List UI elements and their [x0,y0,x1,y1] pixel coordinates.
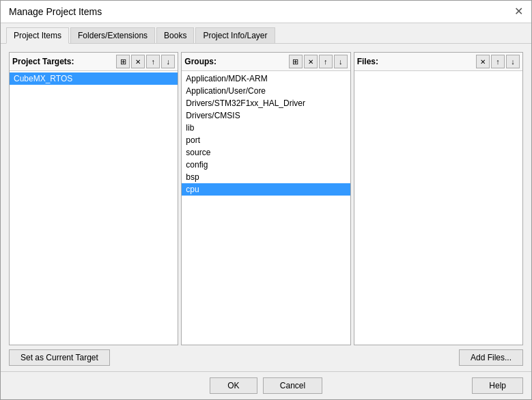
targets-up-button[interactable] [146,55,160,68]
files-delete-button[interactable] [476,55,490,68]
files-panel-title: Files: [357,57,475,66]
targets-panel-header: Project Targets: [10,53,178,71]
groups-list: Application/MDK-ARMApplication/User/Core… [182,71,350,345]
targets-new-button[interactable] [116,55,130,68]
tab-books[interactable]: Books [156,27,194,43]
close-button[interactable]: ✕ [514,6,523,17]
tab-project-items[interactable]: Project Items [6,27,69,44]
set-current-target-button[interactable]: Set as Current Target [9,349,110,366]
list-item[interactable]: Drivers/CMSIS [182,109,350,122]
targets-list: CubeMX_RTOS [10,71,178,345]
up-icon [152,57,156,66]
bottom-left-buttons: Set as Current Target [9,349,110,366]
dialog-title: Manage Project Items [9,6,102,17]
delete-icon [480,58,486,66]
list-item[interactable]: CubeMX_RTOS [10,72,178,85]
files-down-button[interactable] [506,55,520,68]
footer-inner: OK Cancel Help [9,377,523,394]
tabs-bar: Project Items Folders/Extensions Books P… [1,23,531,44]
files-list [354,71,522,345]
groups-new-button[interactable] [289,55,303,68]
targets-down-button[interactable] [161,55,175,68]
content-area: Project Targets: CubeMX_RTOS [1,44,531,371]
new-icon [120,57,126,66]
groups-panel: Groups: Application/MDK-ARMApplica [181,52,350,345]
groups-panel-title: Groups: [184,57,287,66]
cancel-button[interactable]: Cancel [263,377,322,394]
list-item[interactable]: source [182,146,350,159]
add-files-button[interactable]: Add Files... [459,349,523,366]
down-icon [511,57,515,66]
list-item[interactable]: Drivers/STM32F1xx_HAL_Driver [182,97,350,109]
new-icon [292,57,298,66]
targets-panel-title: Project Targets: [12,57,115,66]
list-item[interactable]: lib [182,122,350,134]
tab-project-info-layer[interactable]: Project Info/Layer [195,27,275,43]
help-button[interactable]: Help [472,377,523,394]
footer-center: OK Cancel [180,377,352,394]
files-panel-header: Files: [354,53,522,71]
list-item[interactable]: Application/MDK-ARM [182,72,350,85]
manage-project-items-dialog: Manage Project Items ✕ Project Items Fol… [0,0,532,400]
files-up-button[interactable] [491,55,505,68]
groups-panel-header: Groups: [182,53,350,71]
footer: OK Cancel Help [1,371,531,399]
list-item[interactable]: cpu [182,183,350,196]
groups-delete-button[interactable] [304,55,318,68]
ok-button[interactable]: OK [210,377,257,394]
panels-row: Project Targets: CubeMX_RTOS [9,52,523,345]
list-item[interactable]: bsp [182,171,350,183]
list-item[interactable]: Application/User/Core [182,85,350,97]
title-bar: Manage Project Items ✕ [1,1,531,23]
up-icon [324,57,328,66]
list-item[interactable]: port [182,134,350,146]
delete-icon [308,58,313,66]
targets-panel: Project Targets: CubeMX_RTOS [9,52,178,345]
down-icon [167,57,171,66]
delete-icon [135,58,141,66]
groups-up-button[interactable] [319,55,333,68]
up-icon [496,57,500,66]
bottom-right-buttons: Add Files... [459,349,523,366]
targets-delete-button[interactable] [131,55,145,68]
list-item[interactable]: config [182,159,350,171]
files-panel: Files: [354,52,523,345]
tab-folders-extensions[interactable]: Folders/Extensions [70,27,155,43]
bottom-row: Set as Current Target Add Files... [9,349,523,366]
groups-down-button[interactable] [334,55,348,68]
down-icon [339,57,343,66]
